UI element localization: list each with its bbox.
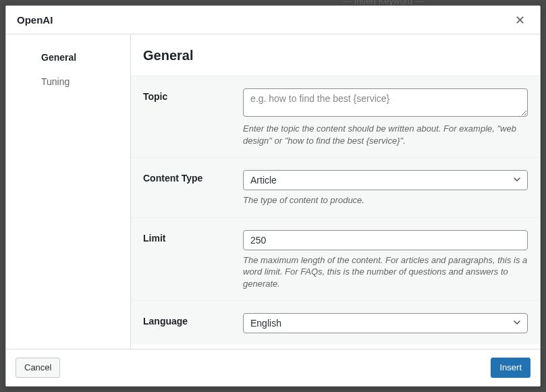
limit-help: The maximum length of the content. For a… <box>243 254 528 290</box>
field-label-limit: Limit <box>143 230 231 290</box>
close-icon: ✕ <box>515 13 525 27</box>
cancel-button[interactable]: Cancel <box>16 358 60 378</box>
field-language: Language English <box>131 301 540 344</box>
content-type-select[interactable]: Article <box>243 170 528 190</box>
sidebar-item-tuning[interactable]: Tuning <box>6 69 130 94</box>
field-limit: Limit The maximum length of the content.… <box>131 218 540 302</box>
field-topic: Topic Enter the topic the content should… <box>131 76 540 158</box>
modal-title: OpenAI <box>17 14 53 26</box>
close-button[interactable]: ✕ <box>511 11 529 29</box>
openai-modal: OpenAI ✕ General Tuning General Topic En… <box>5 5 541 387</box>
content-type-help: The type of content to produce. <box>243 194 528 206</box>
section-title: General <box>131 34 540 76</box>
field-label-content-type: Content Type <box>143 170 231 206</box>
sidebar-item-general[interactable]: General <box>6 45 130 69</box>
field-label-language: Language <box>143 313 231 333</box>
modal-body: General Tuning General Topic Enter the t… <box>6 34 540 349</box>
modal-header: OpenAI ✕ <box>6 6 540 34</box>
sidebar: General Tuning <box>6 34 131 349</box>
topic-input[interactable] <box>243 88 528 117</box>
topic-help: Enter the topic the content should be wr… <box>243 123 528 146</box>
limit-input[interactable] <box>243 230 528 250</box>
language-select[interactable]: English <box>243 313 528 333</box>
sidebar-item-label: General <box>41 52 76 63</box>
content-panel: General Topic Enter the topic the conten… <box>131 34 540 349</box>
field-label-topic: Topic <box>143 88 231 146</box>
modal-footer: Cancel Insert <box>6 349 540 386</box>
insert-button[interactable]: Insert <box>491 358 530 378</box>
field-content-type: Content Type Article The type of content… <box>131 158 540 218</box>
sidebar-item-label: Tuning <box>41 76 70 87</box>
